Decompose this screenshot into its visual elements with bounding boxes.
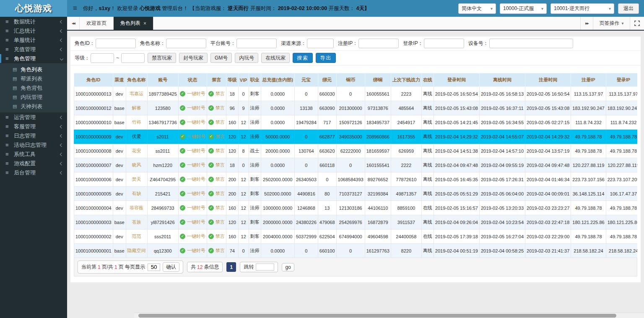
platform-account-input[interactable] [236, 39, 277, 48]
mute-action[interactable]: 禁言 [208, 233, 225, 240]
character-name-link[interactable]: 竹袮 [126, 115, 147, 130]
scrollbar-thumb[interactable] [138, 314, 616, 318]
mute-action[interactable]: 禁言 [208, 205, 225, 211]
character-name-link[interactable]: 韦嘉运 [126, 87, 147, 101]
character-name-link[interactable]: 苍族 [126, 215, 147, 229]
per-page-input[interactable] [148, 263, 160, 271]
sidebar-item-activity-log-management[interactable]: ≡ 活动日志管理 [0, 141, 67, 149]
jump-box: 跳转 [240, 262, 278, 272]
role-name-input[interactable] [166, 39, 206, 48]
sidebar-subitem-guild-list[interactable]: ▤ 帮派列表 [0, 74, 67, 83]
one-click-ban-action[interactable]: 一键封号 [180, 219, 205, 225]
online-players-button[interactable]: 在线玩家 [261, 53, 290, 63]
channel-source-input[interactable] [307, 39, 334, 48]
character-name-link[interactable]: 范范 [126, 229, 147, 244]
internal-players-button[interactable]: 内玩号 [235, 53, 258, 63]
character-name-link[interactable]: 有缺 [126, 187, 147, 201]
one-click-ban-action[interactable]: 一键封号 [180, 162, 205, 168]
character-name-link[interactable]: 伏爱 [126, 130, 147, 144]
confirm-button[interactable]: 确认 [163, 262, 179, 272]
column-header: 绑铜 [365, 73, 391, 87]
register-ip-input[interactable] [358, 39, 399, 48]
mute-action[interactable]: 禁言 [208, 190, 225, 197]
check-circle-icon [180, 219, 185, 225]
tab-close-icon[interactable]: × [143, 21, 146, 26]
one-click-ban-action[interactable]: 一键封号 [180, 119, 205, 125]
mute-action[interactable]: 禁言 [208, 162, 225, 168]
sidebar-item-game-config[interactable]: ≡ 游戏配置 [0, 159, 67, 168]
jump-page-input[interactable] [256, 263, 274, 271]
character-name-link[interactable]: 隐藏空间 [126, 244, 147, 258]
mute-action[interactable]: 禁言 [208, 176, 225, 182]
tab-scroll-right-button[interactable]: ▶▶ [580, 17, 593, 30]
cell-register-time: 2019-02-03 21:41:37 [525, 244, 571, 258]
sidebar-item-operations-management[interactable]: ≡ 运营管理 [0, 113, 67, 122]
mute-action[interactable]: 禁言 [208, 105, 225, 111]
character-name-link[interactable]: 慕容薇 [126, 201, 147, 215]
one-click-ban-action[interactable]: 一键封号 [180, 190, 205, 197]
fullscreen-button[interactable] [630, 17, 644, 30]
character-name-link[interactable]: 焚天 [126, 172, 147, 187]
tab-home[interactable]: 欢迎首页 [80, 17, 114, 30]
one-click-ban-action[interactable]: 一键封号 [180, 148, 205, 154]
sidebar-item-data-stats[interactable]: ≡ 数据统计 [0, 17, 67, 26]
one-click-ban-action[interactable]: 一键封号 [180, 176, 205, 182]
one-click-ban-action[interactable]: 一键封号 [180, 133, 205, 140]
sidebar-item-recharge-management[interactable]: ≡ 充值管理 [0, 45, 67, 54]
sidebar-subitem-role-backpack[interactable]: ▤ 角色背包 [0, 83, 67, 92]
search-button[interactable]: 搜索 [293, 53, 313, 63]
one-click-ban-action[interactable]: 一键封号 [180, 248, 205, 254]
current-server: 逆天而行 [228, 5, 249, 11]
logout-button[interactable]: 退出 [618, 3, 639, 14]
gm-accounts-button[interactable]: GM号 [210, 53, 232, 63]
sidebar-item-single-server-stats[interactable]: ≡ 单服统计 [0, 36, 67, 44]
one-click-ban-action[interactable]: 一键封号 [180, 233, 205, 240]
sidebar-item-log-management[interactable]: ≡ 日志管理 [0, 131, 67, 140]
character-name-link[interactable]: 解蕃 [126, 101, 147, 115]
go-button[interactable]: go [282, 263, 294, 271]
mute-action[interactable]: 禁言 [208, 119, 225, 125]
mute-action[interactable]: 禁言 [208, 133, 225, 140]
sidebar-item-admin-management[interactable]: ≡ 后台管理 [0, 168, 67, 177]
role-id-input[interactable] [96, 39, 136, 48]
mute-action[interactable]: 禁言 [208, 91, 225, 97]
one-click-ban-action[interactable]: 一键封号 [180, 91, 205, 97]
language-select[interactable]: 简体中文 ▾ [458, 3, 496, 14]
banned-players-button[interactable]: 封号玩家 [179, 53, 208, 63]
cell-last-offline-power: 2222 [391, 158, 421, 172]
mute-action[interactable]: 禁言 [208, 219, 225, 225]
sidebar-toggle-icon[interactable]: ≡ [67, 0, 83, 17]
cell-register-time: 2019-02-05 16:50:54 [525, 87, 571, 101]
chevron-left-icon [60, 134, 63, 137]
character-name-link[interactable]: 晓风 [126, 158, 147, 172]
mute-action[interactable]: 禁言 [208, 248, 225, 254]
cell-channel: dev [113, 158, 126, 172]
tab-role-list[interactable]: 角色列表 × [114, 17, 153, 30]
character-name-link[interactable]: 花安 [126, 144, 147, 158]
cell-level: 200 [226, 187, 238, 201]
mute-action[interactable]: 禁言 [208, 148, 225, 154]
cell-register-ip: 49.79.188.78 [571, 201, 606, 215]
sidebar-item-customer-service[interactable]: ≡ 客服管理 [0, 122, 67, 131]
level-max-input[interactable] [121, 53, 145, 63]
login-ip-input[interactable] [424, 39, 464, 48]
muted-players-button[interactable]: 禁言玩家 [148, 53, 176, 63]
tab-operations-button[interactable]: 页签操作 ▾ [593, 17, 630, 30]
one-click-ban-action[interactable]: 一键封号 [180, 105, 205, 111]
sidebar-item-system-tools[interactable]: ≡ 系统工具 [0, 150, 67, 159]
sidebar-item-summary-stats[interactable]: ≡ 汇总统计 [0, 26, 67, 35]
table-row: 10001000000008 dev 花安 ss2011 一键封号 禁言 [74, 144, 638, 158]
server-select[interactable]: 10001-逆天而行 ▾ [551, 3, 614, 14]
sidebar-subitem-role-list[interactable]: ▤ 角色列表 [0, 65, 67, 74]
sidebar-item-role-management[interactable]: ≡ 角色管理 [0, 54, 67, 63]
filter-row-2: 等级： ~ 禁言玩家 封号玩家 GM号 内玩号 在线玩家 搜索 导出 [70, 51, 641, 65]
sidebar-subitem-internal-player-management[interactable]: ▤ 内玩管理 [0, 93, 67, 102]
device-id-input[interactable] [489, 39, 573, 48]
one-click-ban-action[interactable]: 一键封号 [180, 205, 205, 211]
tab-scroll-left-button[interactable]: ◀◀ [67, 17, 80, 30]
sidebar-subitem-deity-list[interactable]: ▤ 天神列表 [0, 102, 67, 111]
level-min-input[interactable] [91, 53, 114, 63]
server-group-select[interactable]: 10000-正式服 ▾ [500, 3, 547, 14]
page-1-button[interactable]: 1 [226, 262, 236, 272]
export-button[interactable]: 导出 [316, 53, 336, 63]
